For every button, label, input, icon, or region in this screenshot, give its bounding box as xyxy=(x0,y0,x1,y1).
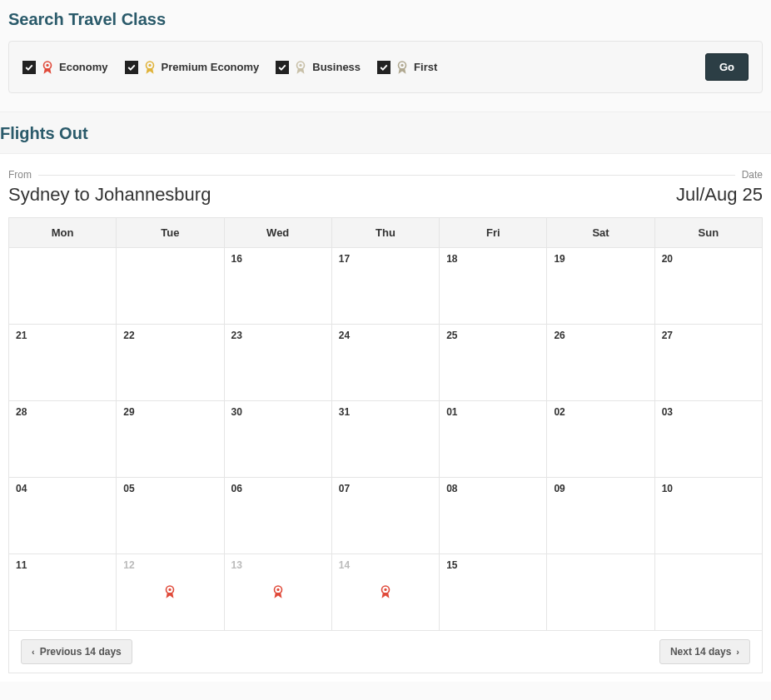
search-title: Search Travel Class xyxy=(8,10,763,29)
checkbox[interactable] xyxy=(377,61,390,74)
calendar-cell[interactable]: 10 xyxy=(654,478,762,554)
day-number: 02 xyxy=(554,406,647,418)
day-number: 30 xyxy=(231,406,325,418)
calendar-cell[interactable]: 23 xyxy=(224,325,331,401)
day-number: 11 xyxy=(16,559,109,571)
calendar-cell[interactable]: 20 xyxy=(654,248,762,325)
calendar-cell[interactable]: 21 xyxy=(9,325,117,401)
calendar-cell[interactable]: 01 xyxy=(440,401,547,478)
checkbox[interactable] xyxy=(276,61,289,74)
day-number: 21 xyxy=(16,330,109,341)
checkbox[interactable] xyxy=(125,61,138,74)
calendar-cell[interactable]: 12 xyxy=(117,554,224,631)
calendar-cell[interactable]: 19 xyxy=(547,248,654,325)
calendar-row: 04050607080910 xyxy=(9,478,763,554)
day-number: 23 xyxy=(231,330,325,341)
calendar-cell[interactable]: 08 xyxy=(440,478,547,554)
flights-out-title: Flights Out xyxy=(0,124,771,143)
weekday-header: Mon xyxy=(9,218,117,248)
weekday-header: Sun xyxy=(654,218,762,248)
day-number: 26 xyxy=(554,330,647,341)
travel-class-label: Business xyxy=(312,61,361,73)
svg-point-13 xyxy=(384,588,386,591)
calendar-cell[interactable]: 13 xyxy=(224,554,331,631)
day-number: 31 xyxy=(339,406,432,418)
calendar-cell[interactable]: 11 xyxy=(9,554,117,631)
travel-class-label: Economy xyxy=(59,61,108,73)
svg-point-7 xyxy=(400,63,403,66)
calendar-cell[interactable]: 17 xyxy=(331,248,439,325)
calendar-cell[interactable]: 31 xyxy=(331,401,439,478)
travel-class-label: Premium Economy xyxy=(162,61,260,73)
award-ribbon-icon[interactable] xyxy=(163,584,177,603)
calendar-cell[interactable]: 30 xyxy=(224,401,331,478)
checkbox[interactable] xyxy=(22,61,36,74)
calendar-cell[interactable]: 02 xyxy=(547,401,654,478)
svg-point-5 xyxy=(300,63,302,66)
calendar-cell[interactable]: 15 xyxy=(440,554,547,631)
travel-class-option[interactable]: Economy xyxy=(22,60,108,75)
calendar-cell[interactable]: 14 xyxy=(331,554,439,631)
weekday-header: Sat xyxy=(547,218,654,248)
calendar-cell[interactable]: 22 xyxy=(117,325,224,401)
route-row: Sydney to Johannesburg Jul/Aug 25 xyxy=(8,184,763,206)
day-number: 25 xyxy=(446,330,540,341)
go-button[interactable]: Go xyxy=(705,53,749,81)
weekday-header: Wed xyxy=(224,218,331,248)
calendar-cell xyxy=(654,554,762,631)
previous-days-button[interactable]: ‹ Previous 14 days xyxy=(21,639,132,664)
travel-class-option[interactable]: First xyxy=(377,60,437,75)
weekday-header: Fri xyxy=(440,218,547,248)
day-number: 14 xyxy=(339,559,432,571)
svg-point-9 xyxy=(169,588,172,591)
route-text: Sydney to Johannesburg xyxy=(8,184,211,206)
day-number: 06 xyxy=(231,483,325,494)
day-number: 16 xyxy=(231,253,325,265)
day-number: 19 xyxy=(554,253,647,265)
calendar-row: 1112 13 14 15 xyxy=(9,554,763,631)
calendar-cell xyxy=(117,248,224,325)
calendar-nav: ‹ Previous 14 days Next 14 days › xyxy=(8,631,763,673)
day-number: 22 xyxy=(123,330,216,341)
calendar-cell[interactable]: 05 xyxy=(117,478,224,554)
award-ribbon-icon xyxy=(143,60,157,75)
calendar-cell[interactable]: 28 xyxy=(9,401,117,478)
calendar-cell[interactable]: 24 xyxy=(331,325,439,401)
flights-header: Flights Out xyxy=(0,112,771,154)
calendar-cell[interactable]: 18 xyxy=(440,248,547,325)
previous-label: Previous 14 days xyxy=(40,646,122,658)
calendar-cell[interactable]: 06 xyxy=(224,478,331,554)
svg-point-3 xyxy=(148,63,151,66)
day-number: 15 xyxy=(446,559,540,571)
weekday-header: Tue xyxy=(117,218,224,248)
svg-point-1 xyxy=(46,63,48,66)
chevron-right-icon: › xyxy=(736,647,739,657)
travel-class-option[interactable]: Business xyxy=(276,60,361,75)
search-section: Search Travel Class Economy Premium Econ… xyxy=(0,0,771,103)
calendar-cell[interactable]: 29 xyxy=(117,401,224,478)
day-number: 01 xyxy=(446,406,540,418)
award-ribbon-icon[interactable] xyxy=(271,584,285,603)
travel-class-option[interactable]: Premium Economy xyxy=(125,60,260,75)
calendar-cell[interactable]: 27 xyxy=(654,325,762,401)
day-number: 17 xyxy=(339,253,432,265)
calendar-cell[interactable]: 26 xyxy=(547,325,654,401)
calendar-cell[interactable]: 03 xyxy=(654,401,762,478)
calendar-cell[interactable]: 16 xyxy=(224,248,331,325)
calendar-cell[interactable]: 25 xyxy=(440,325,547,401)
day-number: 09 xyxy=(554,483,647,494)
calendar-cell[interactable]: 04 xyxy=(9,478,117,554)
calendar-cell[interactable]: 07 xyxy=(331,478,439,554)
day-number: 07 xyxy=(339,483,432,494)
from-date-divider: From Date xyxy=(8,169,763,181)
day-number: 24 xyxy=(339,330,432,341)
award-ribbon-icon xyxy=(294,60,307,75)
next-days-button[interactable]: Next 14 days › xyxy=(659,639,750,664)
calendar-cell[interactable]: 09 xyxy=(547,478,654,554)
from-label: From xyxy=(8,169,32,181)
chevron-left-icon: ‹ xyxy=(32,647,35,657)
award-ribbon-icon[interactable] xyxy=(379,584,392,603)
day-number: 05 xyxy=(123,483,216,494)
divider-line xyxy=(38,175,735,176)
day-number: 20 xyxy=(662,253,755,265)
